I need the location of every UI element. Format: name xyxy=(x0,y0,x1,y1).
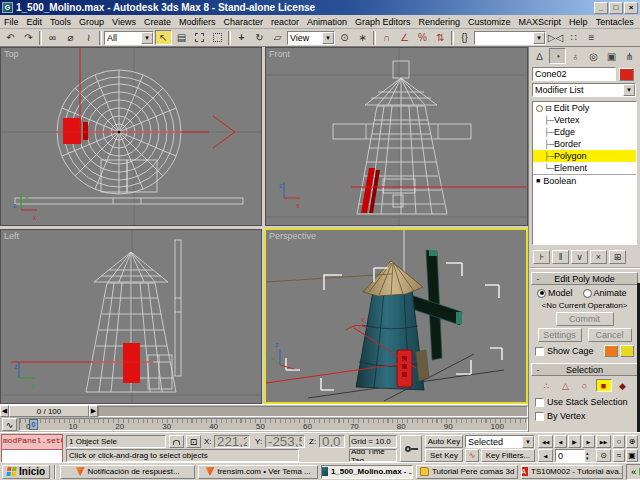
dropdown-arrow-icon[interactable]: ▼ xyxy=(623,84,635,96)
track-bar-ruler[interactable]: 0 010 2030 4050 6070 8090 100 xyxy=(19,418,528,431)
element-subobject-icon[interactable]: ◆ xyxy=(615,379,631,392)
menu-tools[interactable]: Tools xyxy=(46,17,75,27)
align-icon[interactable]: ∷ xyxy=(565,30,582,45)
utilities-tab-icon[interactable]: ⋔ xyxy=(621,48,638,64)
edge-subobject-icon[interactable]: △ xyxy=(558,379,574,392)
time-configuration-icon[interactable]: ⊙ xyxy=(596,449,611,462)
current-frame-field[interactable] xyxy=(555,449,585,462)
show-end-result-icon[interactable]: ‖ xyxy=(552,250,569,264)
menu-character[interactable]: Character xyxy=(219,17,267,27)
viewport-left[interactable]: Left xyxy=(0,229,262,404)
selection-lock-icon[interactable] xyxy=(169,435,184,448)
next-frame-icon[interactable]: ▶ xyxy=(582,435,595,448)
named-selection-dropdown[interactable]: ▼ xyxy=(474,31,546,45)
menu-file[interactable]: File xyxy=(0,17,23,27)
edit-poly-mode-header[interactable]: - Edit Poly Mode xyxy=(531,272,638,285)
collapse-icon[interactable]: - xyxy=(532,365,544,375)
cage-color-swatch[interactable] xyxy=(604,345,618,357)
border-subobject-icon[interactable]: ○ xyxy=(577,379,593,392)
use-pivot-center-icon[interactable]: ⊙ xyxy=(336,30,353,45)
bind-to-spacewarp-icon[interactable]: ≀ xyxy=(80,30,97,45)
animate-radio[interactable]: Animate xyxy=(583,288,627,298)
modify-tab-icon[interactable]: ◔ xyxy=(549,48,566,64)
taskbar-item-pdf-tutorial[interactable]: A TS10M002 - Tutorial ava... xyxy=(521,465,623,479)
menu-maxscript[interactable]: MAXScript xyxy=(515,17,566,27)
default-in-out-tangents-icon[interactable]: ∿ xyxy=(465,449,479,462)
cage-selected-color-swatch[interactable] xyxy=(620,345,634,357)
lightbulb-icon[interactable] xyxy=(536,105,543,112)
menu-tentacles[interactable]: Tentacles xyxy=(592,17,638,27)
selection-filter-dropdown[interactable]: All ▼ xyxy=(104,31,154,45)
selection-set-dropdown[interactable]: Selected ▼ xyxy=(465,435,535,448)
minimize-button[interactable]: _ xyxy=(594,2,608,14)
select-object-icon[interactable]: ↖ xyxy=(155,30,172,45)
menu-modifiers[interactable]: Modifiers xyxy=(175,17,220,27)
commit-button[interactable]: Commit xyxy=(556,312,614,326)
display-tab-icon[interactable]: ▣ xyxy=(603,48,620,64)
pin-stack-icon[interactable]: ⊦ xyxy=(533,250,550,264)
expand-icon[interactable]: ⊟ xyxy=(545,104,552,113)
spinner-snap-icon[interactable]: ⇅ xyxy=(432,30,449,45)
go-to-end-icon[interactable]: ▶▶ xyxy=(596,435,611,448)
listener-script-line[interactable] xyxy=(2,449,62,462)
taskbar-item-trensim[interactable]: trensim.com • Ver Tema ... xyxy=(198,465,318,479)
menu-create[interactable]: Create xyxy=(140,17,175,27)
x-coordinate-field[interactable] xyxy=(214,435,250,448)
select-by-name-icon[interactable]: ▤ xyxy=(173,30,190,45)
percent-snap-icon[interactable]: % xyxy=(414,30,431,45)
unlink-selection-icon[interactable]: ⌀ xyxy=(62,30,79,45)
show-cage-checkbox[interactable]: Show Cage xyxy=(535,346,594,356)
menu-edit[interactable]: Edit xyxy=(23,17,47,27)
stack-sub-vertex[interactable]: ├─Vertex xyxy=(533,114,636,126)
create-tab-icon[interactable]: ∆ xyxy=(531,48,548,64)
auto-key-button[interactable]: Auto Key xyxy=(425,435,463,448)
absolute-offset-toggle-icon[interactable]: ⊡ xyxy=(186,435,201,448)
listener-macro-line[interactable]: modPanel.setC xyxy=(2,435,62,449)
zoom-viewport-icon[interactable]: ○ xyxy=(613,435,625,448)
hierarchy-tab-icon[interactable]: ♁ xyxy=(567,48,584,64)
menu-graph-editors[interactable]: Graph Editors xyxy=(351,17,415,27)
settings-button[interactable]: Settings xyxy=(538,328,582,342)
viewport-top[interactable]: Top xyxy=(0,47,262,226)
key-filters-button[interactable]: Key Filters... xyxy=(481,449,535,462)
stack-sub-polygon-active[interactable]: ├─Polygon xyxy=(533,150,636,162)
menu-group[interactable]: Group xyxy=(75,17,108,27)
y-coordinate-field[interactable] xyxy=(265,435,305,448)
taskbar-item-tutorial-folder[interactable]: Tutorial Pere comas 3d xyxy=(416,465,518,479)
set-keys-icon[interactable] xyxy=(400,435,422,462)
mirror-icon[interactable]: ▷◁ xyxy=(547,30,564,45)
model-radio[interactable]: Model xyxy=(537,288,573,298)
use-stack-selection-checkbox[interactable]: Use Stack Selection xyxy=(531,395,638,409)
cancel-button[interactable]: Cancel xyxy=(588,328,632,342)
taskbar-item-forum-notification[interactable]: Notificación de respuest... xyxy=(60,465,195,479)
snap-toggle-icon[interactable]: ∩ xyxy=(378,30,395,45)
redo-icon[interactable]: ↷ xyxy=(20,30,37,45)
z-coordinate-field[interactable] xyxy=(319,435,345,448)
dropdown-arrow-icon[interactable]: ▼ xyxy=(522,436,534,448)
select-and-rotate-icon[interactable]: ↻ xyxy=(251,30,268,45)
taskbar-item-molino-active[interactable]: 1_500_Molino.max - ... xyxy=(321,465,413,479)
reference-coordinate-dropdown[interactable]: View ▼ xyxy=(287,31,335,45)
layer-manager-icon[interactable]: ≡ xyxy=(583,30,600,45)
modifier-list-dropdown[interactable]: Modifier List ▼ xyxy=(532,83,636,97)
dropdown-arrow-icon[interactable]: ▼ xyxy=(533,32,545,44)
angle-snap-icon[interactable]: ∠ xyxy=(396,30,413,45)
dropdown-arrow-icon[interactable]: ▼ xyxy=(141,32,153,44)
selection-header[interactable]: - Selection xyxy=(531,363,638,376)
select-and-link-icon[interactable]: ∞ xyxy=(44,30,61,45)
time-slider-channel[interactable] xyxy=(98,406,528,417)
menu-reactor[interactable]: reactor xyxy=(267,17,303,27)
viewport-front[interactable]: Front xyxy=(265,47,528,226)
add-time-tag[interactable]: Add Time Tag xyxy=(349,449,397,462)
previous-frame-icon[interactable]: ◀ xyxy=(554,435,567,448)
close-button[interactable]: × xyxy=(624,2,638,14)
frame-spinner[interactable]: ▴▾ xyxy=(586,449,594,462)
maxscript-mini-listener[interactable]: modPanel.setC xyxy=(1,434,63,462)
menu-animation[interactable]: Animation xyxy=(303,17,351,27)
next-frame-arrow[interactable]: ▶ xyxy=(89,405,98,417)
select-and-manipulate-icon[interactable]: ∗ xyxy=(354,30,371,45)
viewport-perspective[interactable]: Perspective xyxy=(264,228,528,404)
window-crossing-icon[interactable] xyxy=(209,30,226,45)
stack-sub-element[interactable]: └─Element xyxy=(533,162,636,174)
title-bar[interactable]: G 1_500_Molino.max - Autodesk 3ds Max 8 … xyxy=(0,0,640,15)
